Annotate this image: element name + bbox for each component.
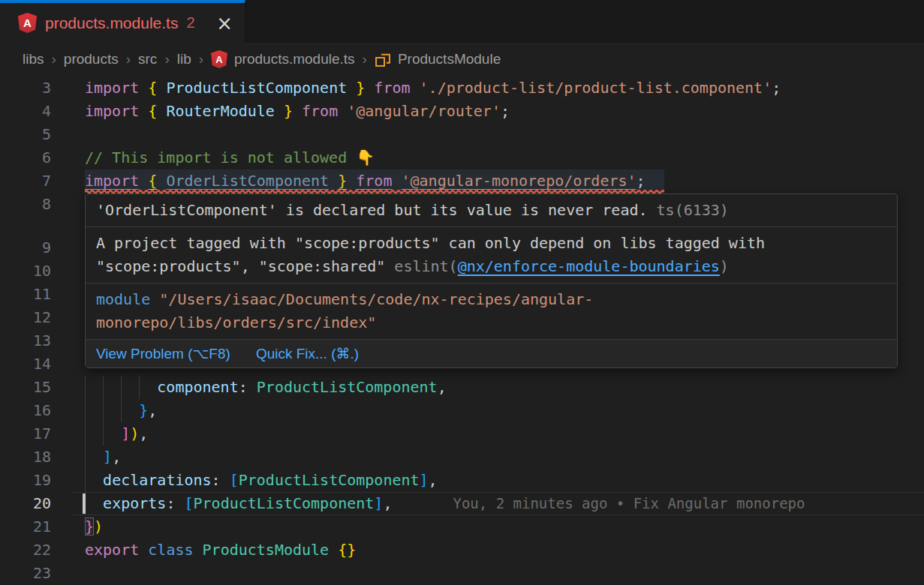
hover-action-bar: View Problem (⌥F8)Quick Fix... (⌘.) [86, 340, 897, 368]
code-line-text: component: ProductListComponent, [85, 376, 447, 399]
code-token: export [85, 541, 139, 559]
line-number[interactable]: 7 [0, 170, 51, 193]
code-line[interactable]: 5 [0, 123, 924, 146]
code-line-text: }, [85, 399, 157, 422]
indent-guide [85, 446, 86, 469]
code-token: import [85, 79, 139, 97]
code-token: ] [420, 471, 429, 489]
code-line-text: declarations: [ProductListComponent], [85, 469, 438, 492]
code-token: ProductListComponent [257, 378, 438, 396]
hover-message-row: "scope:products", "scope:shared" eslint(… [96, 255, 886, 278]
view-problem-action[interactable]: View Problem (⌥F8) [96, 345, 230, 362]
indent-guide [121, 376, 122, 399]
code-token: 👇 [356, 148, 375, 166]
text-cursor [83, 494, 86, 514]
code-token: ; [772, 79, 781, 97]
line-number[interactable]: 20 [0, 492, 51, 515]
line-number[interactable]: 6 [0, 146, 51, 170]
line-number[interactable]: 18 [0, 446, 51, 469]
breadcrumb-separator-icon: › [199, 51, 203, 68]
breadcrumb-item-products[interactable]: products [64, 51, 119, 68]
code-line[interactable]: 6// This import is not allowed 👇 [0, 146, 924, 170]
code-line-text: ]), [85, 422, 148, 446]
code-token: // This import is not allowed [85, 148, 356, 166]
code-token [365, 79, 374, 97]
code-line[interactable]: 16 }, [0, 399, 924, 422]
line-number[interactable]: 23 [0, 562, 51, 585]
code-line[interactable]: 21}) [0, 515, 924, 538]
line-number[interactable]: 8 [0, 193, 51, 216]
code-token [85, 448, 103, 466]
line-number[interactable]: 15 [0, 376, 51, 399]
indent-guide [103, 399, 104, 422]
code-line[interactable]: 3import { ProductListComponent } from '.… [0, 76, 924, 100]
line-number[interactable]: 10 [0, 260, 51, 283]
git-blame-annotation: You, 2 minutes ago • Fix Angular monorep… [453, 495, 805, 512]
tab-products-module[interactable]: A products.module.ts 2 × [0, 0, 245, 43]
code-token: : [212, 471, 230, 489]
code-token [139, 102, 148, 120]
breadcrumb-separator-icon: › [363, 51, 367, 68]
code-token: exports [103, 494, 166, 512]
hover-text: monorepo/libs/orders/src/index" [96, 314, 376, 332]
code-token: ; [501, 102, 510, 120]
code-token: [ [230, 471, 239, 489]
code-line[interactable]: 23 [0, 562, 924, 585]
code-token: ] [374, 494, 383, 512]
line-number[interactable]: 5 [0, 123, 51, 146]
code-line[interactable]: 20 exports: [ProductListComponent],You, … [0, 492, 924, 515]
hover-text: A project tagged with "scope:products" c… [96, 234, 765, 252]
breadcrumb-label: products [64, 51, 119, 68]
code-token: } [356, 79, 365, 97]
code-line[interactable]: 18 ], [0, 446, 924, 469]
quick-fix-action[interactable]: Quick Fix... (⌘.) [256, 345, 359, 362]
line-number[interactable]: 17 [0, 422, 51, 446]
line-number[interactable]: 16 [0, 399, 51, 422]
breadcrumb-item-src[interactable]: src [138, 51, 157, 68]
line-number[interactable]: 4 [0, 100, 51, 123]
code-line[interactable]: 15 component: ProductListComponent, [0, 376, 924, 399]
breadcrumb-item-libs[interactable]: libs [23, 51, 44, 68]
code-token [293, 102, 302, 120]
code-line[interactable]: 4import { RouterModule } from '@angular/… [0, 100, 924, 123]
code-line-text: ], [85, 446, 121, 469]
code-token: ) [130, 424, 139, 442]
code-token [157, 102, 166, 120]
code-line[interactable]: 17 ]), [0, 422, 924, 446]
code-line[interactable]: 22export class ProductsModule {} [0, 538, 924, 562]
indent-guide [103, 422, 104, 446]
code-line[interactable]: 7import { OrderListComponent } from '@an… [0, 170, 924, 193]
line-number[interactable]: 22 [0, 538, 51, 562]
code-token [85, 494, 103, 512]
line-number[interactable]: 13 [0, 329, 51, 352]
tab-bar: A products.module.ts 2 × [0, 0, 924, 44]
line-number[interactable]: 3 [0, 76, 51, 100]
breadcrumb-label: products.module.ts [234, 51, 355, 68]
breadcrumb-label: src [138, 51, 157, 68]
line-number[interactable]: 11 [0, 283, 51, 306]
eslint-rule-link[interactable]: @nx/enforce-module-boundaries [458, 257, 720, 275]
line-number[interactable]: 9 [0, 236, 51, 260]
line-number[interactable]: 12 [0, 306, 51, 329]
line-number[interactable]: 21 [0, 515, 51, 538]
breadcrumb-item-lib[interactable]: lib [177, 51, 191, 68]
code-token: from [374, 79, 410, 97]
angular-file-icon: A [211, 50, 227, 68]
code-token: , [383, 494, 392, 512]
line-number[interactable]: 19 [0, 469, 51, 492]
line-number[interactable]: 14 [0, 352, 51, 376]
hover-message-row: A project tagged with "scope:products" c… [96, 232, 886, 255]
hover-message-row: module "/Users/isaac/Documents/code/nx-r… [96, 288, 886, 311]
breadcrumb-item-productsmodule[interactable]: ProductsModule [375, 51, 501, 68]
code-editor[interactable]: 3import { ProductListComponent } from '.… [0, 75, 924, 585]
breadcrumb-label: libs [23, 51, 44, 68]
hover-text: 'OrderListComponent' is declared but its… [96, 201, 648, 219]
code-token: , [148, 401, 157, 419]
code-token [329, 541, 338, 559]
code-token [275, 102, 284, 120]
close-icon[interactable]: × [216, 14, 233, 33]
code-line[interactable]: 19 declarations: [ProductListComponent], [0, 469, 924, 492]
breadcrumb-item-products-module-ts[interactable]: Aproducts.module.ts [211, 50, 355, 68]
code-token: } [139, 401, 148, 419]
breadcrumb-separator-icon: › [126, 51, 131, 68]
